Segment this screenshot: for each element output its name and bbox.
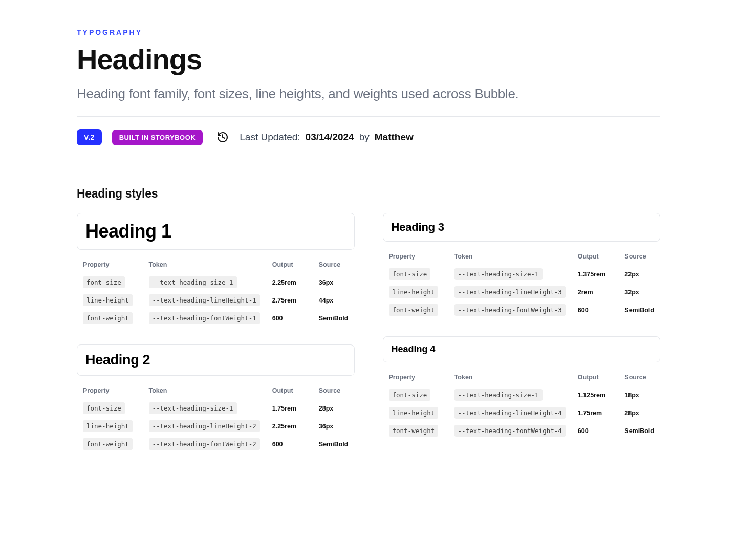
divider <box>77 158 660 158</box>
last-updated: Last Updated: 03/14/2024 by Matthew <box>240 132 413 143</box>
token-chip: --text-heading-lineHeight-4 <box>454 407 566 419</box>
column-header-source: Source <box>313 257 355 273</box>
output-value: 2.25rem <box>272 423 296 430</box>
source-value: SemiBold <box>624 427 654 435</box>
token-chip: --text-heading-fontWeight-3 <box>454 304 566 316</box>
table-row: font-size--text-heading-size-11.75rem28p… <box>77 399 355 417</box>
output-value: 1.375rem <box>578 271 605 278</box>
heading-preview-card: Heading 2 <box>77 344 355 376</box>
storybook-badge[interactable]: BUILT IN STORYBOOK <box>112 130 203 145</box>
token-chip: --text-heading-fontWeight-2 <box>149 438 260 450</box>
token-chip: --text-heading-lineHeight-2 <box>149 420 260 432</box>
heading-preview-label: Heading 1 <box>85 221 346 242</box>
token-chip: --text-heading-fontWeight-1 <box>149 312 260 324</box>
property-chip: font-weight <box>389 425 439 437</box>
table-row: font-weight--text-heading-fontWeight-460… <box>383 422 661 440</box>
token-chip: --text-heading-fontWeight-4 <box>454 425 566 437</box>
source-value: SemiBold <box>319 315 349 322</box>
column-header-output: Output <box>572 370 619 386</box>
source-value: 32px <box>624 289 639 296</box>
output-value: 600 <box>578 307 589 314</box>
heading-block: Heading 4PropertyTokenOutputSourcefont-s… <box>383 336 661 440</box>
output-value: 1.75rem <box>578 410 602 417</box>
property-chip: font-size <box>389 389 431 401</box>
table-row: font-size--text-heading-size-11.125rem18… <box>383 386 661 404</box>
spec-table: PropertyTokenOutputSourcefont-size--text… <box>383 370 661 440</box>
source-value: 28px <box>319 405 334 412</box>
source-value: 18px <box>624 392 639 399</box>
page: TYPOGRAPHY Headings Heading font family,… <box>49 0 688 481</box>
table-row: font-weight--text-heading-fontWeight-160… <box>77 309 355 327</box>
property-chip: line-height <box>83 420 133 432</box>
token-chip: --text-heading-size-1 <box>454 268 543 280</box>
token-chip: --text-heading-size-1 <box>149 402 237 414</box>
spec-table: PropertyTokenOutputSourcefont-size--text… <box>77 257 355 327</box>
output-value: 600 <box>272 441 283 448</box>
meta-row: V.2 BUILT IN STORYBOOK Last Updated: 03/… <box>77 117 660 158</box>
token-chip: --text-heading-size-1 <box>149 276 237 288</box>
heading-preview-card: Heading 1 <box>77 213 355 250</box>
property-chip: line-height <box>389 407 439 419</box>
output-value: 600 <box>578 427 589 435</box>
page-title: Headings <box>77 42 660 76</box>
column-header-property: Property <box>77 257 143 273</box>
left-column: Heading 1PropertyTokenOutputSourcefont-s… <box>77 213 355 453</box>
column-header-source: Source <box>618 370 660 386</box>
heading-preview-label: Heading 4 <box>392 344 652 355</box>
column-header-property: Property <box>383 249 448 265</box>
heading-block: Heading 3PropertyTokenOutputSourcefont-s… <box>383 213 661 319</box>
output-value: 2.75rem <box>272 297 296 304</box>
property-chip: font-size <box>83 402 125 414</box>
column-header-token: Token <box>143 257 266 273</box>
output-value: 2rem <box>578 289 593 296</box>
version-badge[interactable]: V.2 <box>77 129 102 145</box>
by-label: by <box>359 132 370 143</box>
spec-table: PropertyTokenOutputSourcefont-size--text… <box>77 383 355 453</box>
right-column: Heading 3PropertyTokenOutputSourcefont-s… <box>383 213 661 453</box>
page-description: Heading font family, font sizes, line he… <box>77 86 660 102</box>
last-updated-date: 03/14/2024 <box>306 132 354 143</box>
heading-styles-grid: Heading 1PropertyTokenOutputSourcefont-s… <box>77 213 660 453</box>
history-icon <box>216 131 229 144</box>
last-updated-label: Last Updated: <box>240 132 300 143</box>
heading-block: Heading 2PropertyTokenOutputSourcefont-s… <box>77 344 355 453</box>
property-chip: font-weight <box>389 304 439 316</box>
column-header-property: Property <box>383 370 448 386</box>
column-header-output: Output <box>266 257 313 273</box>
token-chip: --text-heading-lineHeight-1 <box>149 294 260 306</box>
table-row: font-weight--text-heading-fontWeight-260… <box>77 435 355 453</box>
table-row: line-height--text-heading-lineHeight-12.… <box>77 291 355 309</box>
table-row: line-height--text-heading-lineHeight-32r… <box>383 283 661 301</box>
table-row: font-size--text-heading-size-11.375rem22… <box>383 265 661 283</box>
heading-preview-card: Heading 4 <box>383 336 661 362</box>
token-chip: --text-heading-lineHeight-3 <box>454 286 566 298</box>
source-value: SemiBold <box>319 441 349 448</box>
output-value: 2.25rem <box>272 279 296 286</box>
output-value: 1.125rem <box>578 392 605 399</box>
property-chip: line-height <box>83 294 133 306</box>
heading-preview-label: Heading 3 <box>392 221 652 234</box>
column-header-source: Source <box>313 383 355 399</box>
property-chip: line-height <box>389 286 439 298</box>
author-name: Matthew <box>375 132 414 143</box>
table-row: line-height--text-heading-lineHeight-41.… <box>383 404 661 422</box>
heading-block: Heading 1PropertyTokenOutputSourcefont-s… <box>77 213 355 327</box>
column-header-token: Token <box>448 370 572 386</box>
spec-table: PropertyTokenOutputSourcefont-size--text… <box>383 249 661 319</box>
eyebrow-label: TYPOGRAPHY <box>77 28 660 36</box>
source-value: 22px <box>624 271 639 278</box>
column-header-source: Source <box>618 249 660 265</box>
column-header-token: Token <box>448 249 572 265</box>
property-chip: font-weight <box>83 312 133 324</box>
output-value: 1.75rem <box>272 405 296 412</box>
column-header-output: Output <box>266 383 313 399</box>
heading-preview-card: Heading 3 <box>383 213 661 242</box>
column-header-token: Token <box>143 383 266 399</box>
source-value: 36px <box>319 279 334 286</box>
output-value: 600 <box>272 315 283 322</box>
token-chip: --text-heading-size-1 <box>454 389 543 401</box>
source-value: 36px <box>319 423 334 430</box>
source-value: 44px <box>319 297 334 304</box>
column-header-property: Property <box>77 383 143 399</box>
section-title: Heading styles <box>77 187 660 201</box>
